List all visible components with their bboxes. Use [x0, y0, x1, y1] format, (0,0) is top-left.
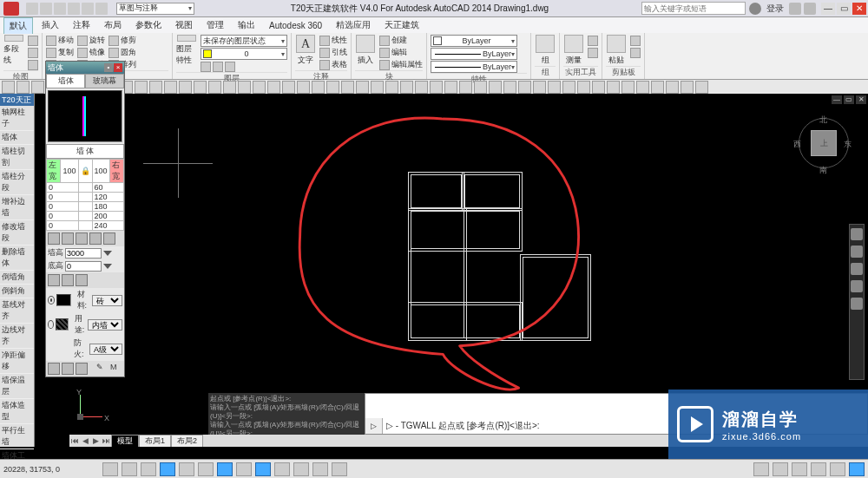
lock-icon[interactable]: 🔒 — [78, 160, 92, 183]
fire-select[interactable]: A级 — [89, 344, 122, 355]
tool1-47[interactable] — [695, 81, 708, 94]
palette-item-12[interactable]: 墙保温层 — [0, 374, 34, 399]
right-width-value[interactable]: 100 — [92, 160, 109, 183]
nav-wheel-icon[interactable] — [851, 228, 863, 240]
hw-accel-icon[interactable] — [811, 462, 826, 476]
tool1-31[interactable] — [459, 81, 472, 94]
tool1-30[interactable] — [444, 81, 457, 94]
tool1-15[interactable] — [223, 81, 236, 94]
wall-height-input[interactable] — [65, 248, 102, 259]
coordinates[interactable]: 20228, 31753, 0 — [3, 465, 99, 474]
qat-undo-icon[interactable] — [68, 3, 80, 15]
nav-pan-icon[interactable] — [851, 246, 863, 258]
3dosnap-toggle[interactable] — [198, 462, 214, 476]
tool1-19[interactable] — [282, 81, 295, 94]
help-icon[interactable] — [804, 3, 816, 15]
ortho-toggle[interactable] — [141, 462, 156, 476]
polyline-button[interactable]: 多段线 — [3, 35, 24, 66]
vp-min-icon[interactable]: — — [832, 95, 842, 104]
wall-panel[interactable]: 墙体 •× 墙体 玻璃幕 墙 体 左宽100🔒100右宽 060 0120 01… — [45, 61, 125, 377]
material-select[interactable]: 砖 — [92, 295, 122, 306]
tool1-28[interactable] — [415, 81, 428, 94]
minimize-button[interactable]: — — [821, 3, 835, 15]
palette-item-13[interactable]: 墙体造型 — [0, 399, 34, 424]
palette-header[interactable]: T20天正 — [0, 94, 34, 106]
wall-panel-pin-icon[interactable]: • — [104, 63, 113, 72]
wall-tab-curtain[interactable]: 玻璃幕 — [85, 74, 124, 88]
osnap-toggle[interactable] — [179, 462, 194, 476]
tab-parametric[interactable]: 参数化 — [130, 17, 167, 33]
clean-screen-icon[interactable] — [849, 462, 865, 476]
leader-button[interactable]: 引线 — [319, 47, 347, 58]
tool1-11[interactable] — [164, 81, 177, 94]
palette-item-10[interactable]: 边线对齐 — [0, 324, 34, 349]
wall-panel-close-icon[interactable]: × — [114, 63, 122, 72]
palette-item-4[interactable]: 增补边墙 — [0, 195, 34, 220]
tool1-46[interactable] — [681, 81, 694, 94]
palette-item-11[interactable]: 净距偏移 — [0, 349, 34, 374]
grid-toggle[interactable] — [122, 462, 137, 476]
nav-zoom-icon[interactable] — [851, 263, 863, 275]
rotate-icon[interactable] — [77, 36, 88, 46]
maximize-button[interactable]: ▭ — [837, 3, 851, 15]
bottom-tool3-icon[interactable] — [76, 363, 88, 375]
mode1-icon[interactable] — [48, 232, 60, 245]
cmd-chevron-icon[interactable]: ▷ — [365, 418, 383, 434]
otrack-toggle[interactable] — [217, 462, 233, 476]
layer-state-combo[interactable]: 未保存的图层状态 — [201, 35, 287, 47]
user-icon[interactable] — [749, 3, 761, 15]
qat-save-icon[interactable] — [54, 3, 66, 15]
tool1-20[interactable] — [297, 81, 310, 94]
swatch-radio-1[interactable] — [48, 296, 55, 304]
palette-item-6[interactable]: 删除墙体 — [0, 246, 34, 271]
tool1-29[interactable] — [430, 81, 443, 94]
copy-icon[interactable] — [46, 48, 56, 58]
tab-output[interactable]: 输出 — [233, 17, 260, 33]
viewcube-top[interactable]: 上 — [811, 130, 837, 156]
bottom-tool2-icon[interactable] — [62, 363, 74, 375]
measure-button[interactable]: 测量 — [563, 35, 584, 66]
tab-last-icon[interactable]: ⏭ — [101, 436, 111, 445]
tool1-12[interactable] — [179, 81, 192, 94]
tool1-23[interactable] — [341, 81, 354, 94]
tab-manage[interactable]: 管理 — [201, 17, 229, 33]
qat-print-icon[interactable] — [95, 3, 108, 15]
pick-button[interactable]: ✎ — [96, 363, 108, 375]
tool1-42[interactable] — [621, 81, 635, 94]
wall-panel-title[interactable]: 墙体 •× — [46, 62, 124, 74]
lineweight-combo[interactable]: ByLayer — [431, 48, 517, 60]
palette-item-2[interactable]: 墙柱切割 — [0, 145, 34, 170]
tab-view[interactable]: 视图 — [170, 17, 198, 33]
palette-item-0[interactable]: 轴网柱子 — [0, 106, 34, 131]
palette-item-14[interactable]: 平行生墙 — [0, 424, 34, 449]
palette-item-8[interactable]: 倒斜角 — [0, 285, 34, 298]
inner-tab-wall[interactable]: 墙 体 — [46, 144, 124, 159]
layer-combo[interactable]: 0 — [201, 48, 287, 60]
nav-orbit-icon[interactable] — [851, 280, 863, 292]
tab-next-icon[interactable]: ▶ — [90, 436, 101, 445]
paste-button[interactable]: 粘贴 — [606, 35, 627, 66]
mirror-icon[interactable] — [77, 48, 88, 58]
tool1-13[interactable] — [194, 81, 207, 94]
arc-button[interactable] — [28, 59, 38, 70]
tool1-40[interactable] — [592, 81, 605, 94]
palette-item-1[interactable]: 墙体 — [0, 131, 34, 145]
tab-first-icon[interactable]: ⏮ — [69, 436, 80, 445]
spin-icon[interactable] — [103, 251, 112, 256]
palette-item-7[interactable]: 倒墙角 — [0, 271, 34, 285]
ann-scale-icon[interactable] — [773, 462, 788, 476]
model-button[interactable] — [753, 462, 769, 476]
tool1-44[interactable] — [651, 81, 664, 94]
exchange-icon[interactable] — [789, 3, 801, 15]
tool1-43[interactable] — [636, 81, 649, 94]
move-icon[interactable] — [46, 36, 56, 46]
tab-default[interactable]: 默认 — [3, 17, 33, 34]
trim-icon[interactable] — [108, 36, 119, 46]
tool1-1[interactable] — [16, 81, 30, 94]
signin-link[interactable]: 登录 — [766, 3, 784, 15]
tab-model[interactable]: 模型 — [111, 435, 139, 447]
insert-block-button[interactable]: 插入 — [355, 35, 376, 66]
tool1-14[interactable] — [208, 81, 221, 94]
ucs-icon[interactable]: YX — [76, 390, 108, 421]
tool1-27[interactable] — [400, 81, 413, 94]
